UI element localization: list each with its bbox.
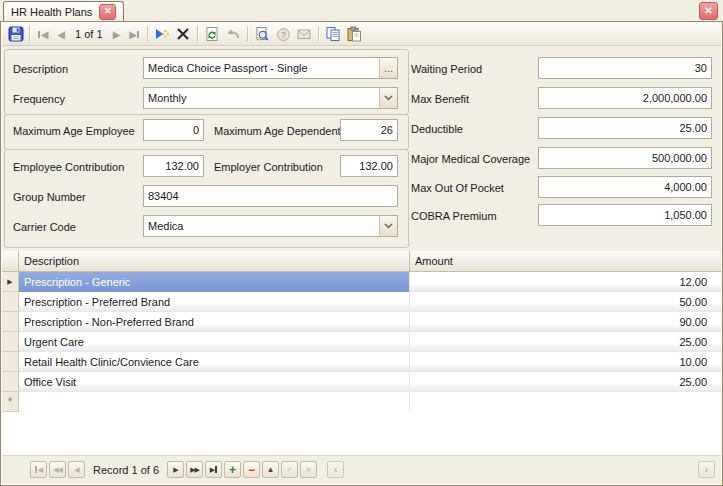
save-icon[interactable] [5, 24, 26, 44]
toolbar-separator [247, 26, 249, 42]
record-status: Record 1 of 6 [87, 464, 167, 476]
table-row[interactable]: ▶ Prescription - Generic 12.00 [2, 272, 721, 292]
refresh-icon[interactable] [202, 24, 223, 44]
nav-edit-icon[interactable]: ▲ [262, 461, 279, 478]
tab-strip: HR Health Plans ✕ ✕ [0, 0, 723, 22]
record-position: 1 of 1 [70, 28, 108, 40]
next-record-icon[interactable]: ▶ [108, 24, 126, 44]
toolbar-separator [318, 26, 320, 42]
nav-next-page-icon[interactable]: ▶▶ [186, 461, 203, 478]
toolbar: ◀ ◀ 1 of 1 ▶ ▶ ? [2, 23, 721, 46]
tab-title: HR Health Plans [11, 6, 92, 18]
hr-health-plans-window: HR Health Plans ✕ ✕ ◀ ◀ 1 of 1 ▶ ▶ [0, 0, 723, 486]
major-medical-coverage-label: Major Medical Coverage [411, 153, 530, 165]
carrier-code-dropdown[interactable]: Medica [143, 215, 398, 237]
frequency-dropdown[interactable]: Monthly [143, 87, 398, 109]
last-record-icon[interactable]: ▶ [126, 24, 144, 44]
email-icon[interactable] [294, 24, 315, 44]
new-row-indicator-icon: * [2, 392, 19, 412]
hscroll-right-icon[interactable]: › [698, 461, 715, 478]
hscroll-left-icon[interactable]: ‹ [327, 461, 344, 478]
nav-end-edit-icon[interactable]: ✓ [281, 461, 298, 478]
table-row[interactable]: Prescription - Non-Preferred Brand 90.00 [2, 312, 721, 332]
description-field[interactable]: Medica Choice Passport - Single ... [143, 57, 398, 79]
nav-next-icon[interactable]: ▶ [167, 461, 184, 478]
benefits-grid: Description Amount ▶ Prescription - Gene… [2, 251, 721, 455]
table-row[interactable]: Office Visit 25.00 [2, 372, 721, 392]
employer-contribution-label: Employer Contribution [214, 161, 323, 173]
undo-icon[interactable] [223, 24, 244, 44]
group-number-field[interactable]: 83404 [143, 185, 398, 207]
column-header-description[interactable]: Description [19, 251, 410, 271]
grid-new-row[interactable]: * [2, 392, 721, 412]
chevron-down-icon[interactable] [379, 88, 397, 108]
table-row[interactable]: Retail Health Clinic/Convience Care 10.0… [2, 352, 721, 372]
previous-record-icon[interactable]: ◀ [52, 24, 70, 44]
row-indicator [2, 372, 19, 392]
carrier-code-label: Carrier Code [13, 221, 76, 233]
toolbar-separator [29, 26, 31, 42]
major-medical-coverage-field[interactable]: 500,000.00 [538, 147, 712, 169]
nav-append-icon[interactable]: + [224, 461, 241, 478]
nav-first-icon[interactable]: ◀ [30, 461, 47, 478]
help-icon[interactable]: ? [273, 24, 294, 44]
tabstrip-close-icon[interactable]: ✕ [699, 2, 718, 20]
employee-contribution-label: Employee Contribution [13, 161, 124, 173]
grid-indicator-header [2, 251, 19, 271]
deductible-label: Deductible [411, 123, 463, 135]
print-preview-icon[interactable] [252, 24, 273, 44]
ellipsis-icon[interactable]: ... [379, 58, 397, 78]
svg-text:?: ? [281, 29, 286, 39]
column-header-amount[interactable]: Amount [410, 251, 721, 271]
max-out-of-pocket-label: Max Out Of Pocket [411, 182, 504, 194]
nav-last-icon[interactable]: ▶ [205, 461, 222, 478]
tab-hr-health-plans[interactable]: HR Health Plans ✕ [3, 1, 124, 22]
description-label: Description [13, 63, 68, 75]
copy-icon[interactable] [323, 24, 344, 44]
cobra-premium-field[interactable]: 1,050.00 [538, 204, 712, 226]
row-indicator [2, 292, 19, 312]
group-number-label: Group Number [13, 191, 86, 203]
max-out-of-pocket-field[interactable]: 4,000.00 [538, 176, 712, 198]
employer-contribution-field[interactable]: 132.00 [340, 155, 398, 177]
cobra-premium-label: COBRA Premium [411, 210, 497, 222]
max-age-dependent-label: Maximum Age Dependent [214, 125, 341, 137]
max-benefit-field[interactable]: 2,000,000.00 [538, 87, 712, 109]
delete-record-icon[interactable] [173, 24, 194, 44]
grid-header-row: Description Amount [2, 251, 721, 272]
table-row[interactable]: Urgent Care 25.00 [2, 332, 721, 352]
toolbar-separator [147, 26, 149, 42]
tab-close-icon[interactable]: ✕ [99, 4, 116, 20]
max-age-dependent-field[interactable]: 26 [340, 119, 398, 141]
nav-delete-icon[interactable]: − [243, 461, 260, 478]
table-row[interactable]: Prescription - Preferred Brand 50.00 [2, 292, 721, 312]
paste-icon[interactable] [344, 24, 365, 44]
frequency-label: Frequency [13, 93, 65, 105]
nav-cancel-edit-icon[interactable]: ✕ [300, 461, 317, 478]
row-indicator [2, 312, 19, 332]
max-age-employee-field[interactable]: 0 [143, 119, 204, 141]
waiting-period-label: Waiting Period [411, 63, 482, 75]
grid-empty-area [2, 412, 721, 455]
first-record-icon[interactable]: ◀ [34, 24, 52, 44]
max-benefit-label: Max Benefit [411, 93, 469, 105]
max-age-employee-label: Maximum Age Employee [13, 125, 135, 137]
record-navigator: ◀ ◀◀ ◀ Record 1 of 6 ▶ ▶▶ ▶ + − ▲ ✓ ✕ ‹ … [2, 455, 721, 483]
row-indicator [2, 332, 19, 352]
chevron-down-icon[interactable] [379, 216, 397, 236]
toolbar-separator [197, 26, 199, 42]
row-indicator-arrow-icon: ▶ [2, 272, 19, 292]
nav-previous-icon[interactable]: ◀ [68, 461, 85, 478]
nav-previous-page-icon[interactable]: ◀◀ [49, 461, 66, 478]
row-indicator [2, 352, 19, 372]
deductible-field[interactable]: 25.00 [538, 117, 712, 139]
waiting-period-field[interactable]: 30 [538, 57, 712, 79]
employee-contribution-field[interactable]: 132.00 [143, 155, 204, 177]
new-record-icon[interactable] [152, 24, 173, 44]
